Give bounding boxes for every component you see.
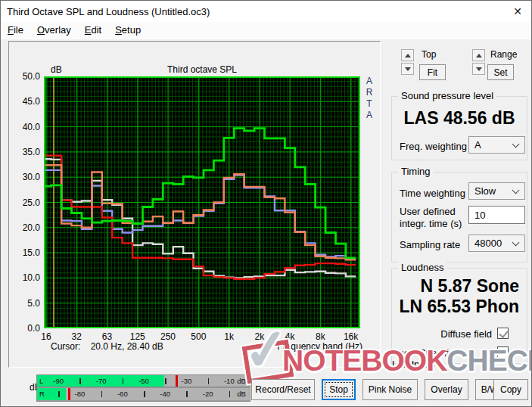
menu-bar: File Overlay Edit Setup <box>1 22 531 39</box>
loudness-sone-value: N 5.87 Sone <box>421 276 519 297</box>
x-axis-title: Frequency band (Hz) <box>228 341 362 352</box>
integr-time-label-line2: integr. time (s) <box>400 218 462 229</box>
x-tick-label: 250 <box>153 331 183 342</box>
sampling-rate-select[interactable]: 48000 <box>468 235 525 252</box>
meter-tick <box>144 391 145 397</box>
set-button[interactable]: Set <box>487 64 514 80</box>
spl-plot[interactable] <box>44 76 360 328</box>
time-weighting-label: Time weighting <box>400 188 465 199</box>
y-tick-label: 20.0 <box>14 222 40 233</box>
x-tick-label: 2k <box>244 331 275 342</box>
meter-peak-indicator <box>68 388 70 400</box>
y-tick-label: 35.0 <box>14 147 40 157</box>
top-label: Top <box>422 49 436 60</box>
x-tick-label: 32 <box>61 331 92 342</box>
overlay-button[interactable]: Overlay <box>425 379 468 400</box>
meter-tick <box>208 378 210 384</box>
range-label: Range <box>490 49 517 60</box>
top-spinner <box>401 49 414 75</box>
app-window: Third Octave SPL and Loudness (Untitled.… <box>0 0 532 407</box>
meter-tick <box>101 391 103 397</box>
meter-scale-label: -80 <box>75 390 86 398</box>
stop-button[interactable]: Stop <box>322 379 356 400</box>
integr-time-label-line1: User defined <box>400 206 456 217</box>
meter-scale-label: -10 <box>224 377 235 385</box>
meter-row-left: L-90-70-50-30-10dB <box>37 375 250 387</box>
cursor-readout: Cursor: 20.0 Hz, 28.40 dB <box>51 341 163 352</box>
meter-scale-label: -50 <box>138 377 149 385</box>
x-tick-label: 16k <box>336 331 366 342</box>
meter-tick <box>229 391 231 397</box>
spl-value: LAS 48.56 dB <box>392 108 527 129</box>
menu-file[interactable]: File <box>1 22 30 39</box>
menu-overlay[interactable]: Overlay <box>30 22 78 39</box>
copy-button[interactable]: Copy <box>493 379 528 400</box>
meter-tick <box>79 378 81 384</box>
diffuse-field-checkbox[interactable] <box>497 328 509 339</box>
x-tick-label: 500 <box>183 331 213 342</box>
freq-weighting-select[interactable]: A <box>468 136 525 154</box>
specific-loudness-checkbox[interactable] <box>497 346 509 358</box>
meter-peak-indicator <box>176 375 178 387</box>
y-tick-label: 15.0 <box>14 247 40 258</box>
meter-tick <box>186 391 188 397</box>
x-tick-label: 4k <box>275 331 305 342</box>
chevron-down-icon <box>512 239 520 247</box>
arta-logo-text: ARTA <box>364 76 375 121</box>
chevron-down-icon <box>512 187 520 194</box>
menu-edit[interactable]: Edit <box>78 22 108 39</box>
integr-time-input[interactable]: 10 <box>468 206 525 224</box>
spl-group: Sound pressure level LAS 48.56 dB Freq. … <box>391 96 527 160</box>
x-tick-label: 63 <box>92 331 123 342</box>
timing-group: Timing Time weighting Slow User defined … <box>391 172 527 263</box>
y-tick-label: 5.0 <box>14 298 40 309</box>
loudness-group: Loudness N 5.87 Sone LN 65.53 Phon Diffu… <box>391 268 527 364</box>
meter-tick <box>165 378 166 384</box>
y-tick-label: 30.0 <box>14 172 40 182</box>
top-spin-up-icon[interactable] <box>401 49 414 61</box>
range-spin-down-icon[interactable] <box>472 63 485 75</box>
range-spinner <box>472 49 485 75</box>
y-tick-label: 50.0 <box>14 71 40 82</box>
y-tick-label: 25.0 <box>14 197 40 208</box>
loudness-group-caption: Loudness <box>398 262 446 273</box>
meter-tick <box>123 378 124 384</box>
pink-noise-button[interactable]: Pink Noise <box>362 379 418 400</box>
meter-unit-label: dB <box>237 377 246 385</box>
chart-title: Third octave SPL <box>44 64 360 75</box>
x-tick-label: 16 <box>31 331 61 342</box>
sampling-rate-label: Sampling rate <box>400 239 460 250</box>
timing-group-caption: Timing <box>398 166 434 177</box>
window-title: Third Octave SPL and Loudness (Untitled.… <box>7 6 210 17</box>
top-spin-down-icon[interactable] <box>401 63 414 75</box>
y-tick-label: 40.0 <box>14 122 40 132</box>
meter-channel-label: R <box>39 390 45 398</box>
meter-channel-label: L <box>39 377 43 385</box>
meter-scale-label: -30 <box>182 377 192 385</box>
meter-scale-label: -20 <box>203 390 213 398</box>
x-tick-label: 125 <box>123 331 153 342</box>
time-weighting-select[interactable]: Slow <box>468 182 525 200</box>
close-icon[interactable]: ✕ <box>510 5 525 18</box>
meter-scale-label: -60 <box>117 390 128 398</box>
range-spin-up-icon[interactable] <box>472 49 485 61</box>
meter-unit-label: dB <box>237 390 246 398</box>
meter-scale-label: -70 <box>96 377 107 385</box>
meter-scale-label: -90 <box>53 377 64 385</box>
freq-weighting-label: Freq. weighting <box>400 141 467 152</box>
fit-button[interactable]: Fit <box>419 64 446 80</box>
level-meter: L-90-70-50-30-10dB R-80-60-40-20dB <box>36 374 250 402</box>
x-tick-label: 8k <box>305 331 335 342</box>
title-bar: Third Octave SPL and Loudness (Untitled.… <box>1 1 531 22</box>
y-tick-label: 10.0 <box>14 272 40 283</box>
x-tick-label: 1k <box>214 331 244 342</box>
menu-setup[interactable]: Setup <box>108 22 148 39</box>
loudness-phon-value: LN 65.53 Phon <box>400 297 519 317</box>
plot-svg <box>44 76 360 328</box>
specific-loudness-label: Show Specific Loudness <box>392 347 492 370</box>
record-reset-button[interactable]: Record/Reset <box>251 379 315 400</box>
diffuse-field-label: Diffuse field <box>440 328 492 340</box>
chevron-down-icon <box>512 141 520 148</box>
y-tick-label: 45.0 <box>14 96 40 107</box>
spl-group-caption: Sound pressure level <box>398 90 496 101</box>
